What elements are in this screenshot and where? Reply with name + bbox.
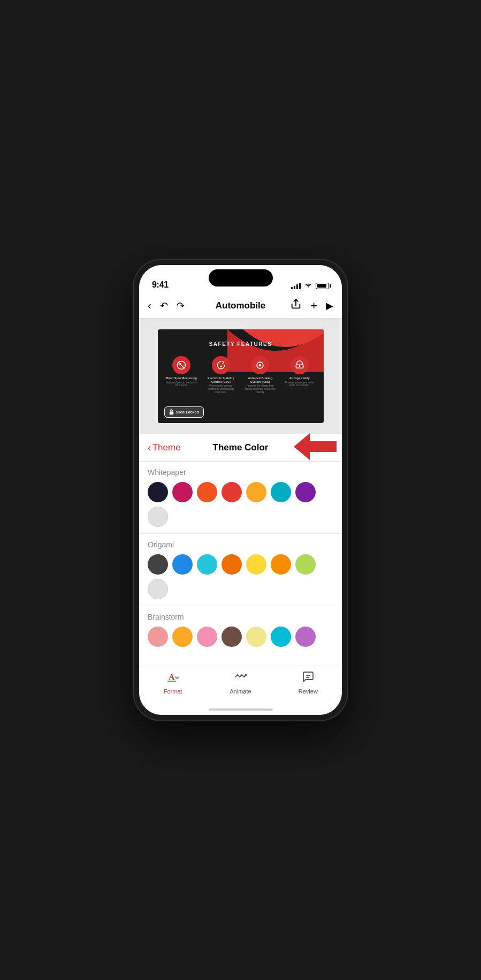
theme-back-button[interactable]: ‹ Theme — [148, 441, 181, 454]
feature-name-airbag: Airbags safety — [289, 376, 310, 380]
nav-bar: ‹ ↶ ↷ Automobile + ▶ — [139, 293, 342, 319]
slide-locked-badge: Slide Locked — [164, 406, 204, 418]
animate-icon — [234, 670, 247, 687]
color-dot[interactable] — [246, 627, 266, 647]
slide-title: SAFETY FEATURES — [158, 341, 324, 347]
theme-color-title: Theme Color — [213, 442, 269, 453]
color-dot[interactable] — [222, 482, 242, 502]
feature-desc-esc: Prevents the car from skidding or slidin… — [205, 385, 237, 394]
theme-panel: ‹ Theme Theme Color Whitepaper — [139, 434, 342, 666]
redo-icon[interactable]: ↷ — [177, 300, 185, 312]
svg-point-8 — [299, 365, 300, 367]
back-icon[interactable]: ‹ — [148, 299, 151, 312]
theme-back-label: Theme — [152, 442, 181, 453]
color-dot[interactable] — [148, 554, 168, 575]
nav-right-controls: + ▶ — [290, 298, 333, 313]
play-icon[interactable]: ▶ — [326, 300, 333, 312]
color-dot[interactable] — [148, 482, 168, 502]
review-icon — [302, 670, 315, 687]
brainstorm-label: Brainstorm — [148, 613, 333, 621]
color-dot[interactable] — [222, 627, 242, 647]
tab-bar: A Format Animate — [139, 666, 342, 704]
slide-feature-esc: Electronic Stability Control (ESC) Preve… — [205, 356, 237, 394]
feature-name-blind-spot: Blind Spot Monitoring — [166, 376, 197, 380]
svg-text:A: A — [169, 673, 175, 682]
dynamic-island — [209, 269, 273, 287]
svg-line-2 — [178, 362, 185, 368]
color-dot[interactable] — [246, 482, 266, 502]
slide-preview-area: SAFETY FEATURES Blind Spot Monitoring De… — [139, 319, 342, 434]
slide-features: Blind Spot Monitoring Detects objects in… — [158, 356, 324, 394]
status-icons — [291, 282, 329, 290]
feature-name-abs: Anti-lock Braking System (ABS) — [244, 376, 276, 383]
origami-section: Origami — [139, 534, 342, 606]
slide-feature-abs: Anti-lock Braking System (ABS) Prevents … — [244, 356, 276, 394]
color-dot[interactable] — [172, 627, 193, 647]
whitepaper-section: Whitepaper — [139, 462, 342, 534]
home-bar — [209, 708, 273, 711]
whitepaper-label: Whitepaper — [148, 468, 333, 477]
color-dot[interactable] — [197, 482, 217, 502]
content-area: SAFETY FEATURES Blind Spot Monitoring De… — [139, 319, 342, 666]
nav-title: Automobile — [216, 300, 266, 311]
status-bar: 9:41 — [139, 265, 342, 293]
format-icon: A — [166, 670, 179, 687]
feature-desc-airbag: Protects passengers in the event of a co… — [284, 381, 316, 388]
tab-animate[interactable]: Animate — [222, 670, 259, 695]
phone-screen: 9:41 — [139, 265, 342, 715]
wifi-icon — [304, 282, 312, 290]
feature-name-esc: Electronic Stability Control (ESC) — [205, 376, 237, 383]
feature-desc-abs: Prevents the wheels from locking up duri… — [244, 385, 276, 394]
svg-point-3 — [180, 363, 181, 365]
color-dot[interactable] — [271, 482, 291, 502]
tab-review-label: Review — [299, 688, 318, 695]
home-indicator — [139, 704, 342, 715]
brainstorm-section: Brainstorm — [139, 606, 342, 653]
color-dot[interactable] — [295, 627, 316, 647]
nav-left-controls: ‹ ↶ ↷ — [148, 299, 185, 312]
back-chevron: ‹ — [148, 441, 151, 454]
svg-marker-10 — [294, 433, 337, 460]
undo-icon[interactable]: ↶ — [160, 300, 168, 312]
tab-format[interactable]: A Format — [154, 670, 192, 695]
color-dot[interactable] — [271, 627, 291, 647]
svg-point-4 — [220, 366, 222, 367]
status-time: 9:41 — [152, 280, 169, 290]
add-icon[interactable]: + — [310, 299, 317, 313]
share-icon[interactable] — [290, 298, 302, 313]
slide-feature-airbag: Airbags safety Protects passengers in th… — [284, 356, 316, 394]
battery-icon — [316, 283, 329, 289]
tab-animate-label: Animate — [230, 688, 251, 695]
color-dot[interactable] — [148, 627, 168, 647]
brainstorm-colors — [148, 627, 333, 647]
slide-locked-label: Slide Locked — [176, 410, 199, 414]
origami-colors — [148, 554, 333, 599]
tab-review[interactable]: Review — [289, 670, 327, 695]
color-dot[interactable] — [197, 554, 217, 575]
color-dot[interactable] — [148, 579, 168, 599]
red-arrow-icon — [294, 431, 337, 465]
color-dot[interactable] — [246, 554, 266, 575]
esc-icon — [212, 356, 230, 374]
slide-feature-blind-spot: Blind Spot Monitoring Detects objects in… — [165, 356, 197, 394]
signal-icon — [291, 283, 301, 289]
tab-format-label: Format — [164, 688, 182, 695]
phone-frame: 9:41 — [134, 260, 347, 720]
theme-header: ‹ Theme Theme Color — [139, 434, 342, 462]
color-dot[interactable] — [197, 627, 217, 647]
whitepaper-colors — [148, 482, 333, 527]
color-dot[interactable] — [148, 507, 168, 527]
blind-spot-icon — [172, 356, 190, 374]
svg-point-6 — [259, 364, 262, 367]
color-dot[interactable] — [222, 554, 242, 575]
color-dot[interactable] — [172, 554, 193, 575]
color-dot[interactable] — [295, 554, 316, 575]
color-dot[interactable] — [172, 482, 193, 502]
color-dot[interactable] — [271, 554, 291, 575]
abs-icon — [251, 356, 269, 374]
airbag-icon — [291, 356, 309, 374]
color-dot[interactable] — [295, 482, 316, 502]
origami-label: Origami — [148, 540, 333, 549]
svg-rect-9 — [169, 411, 173, 414]
feature-desc-blind-spot: Detects objects in the driver's blind sp… — [165, 381, 197, 388]
